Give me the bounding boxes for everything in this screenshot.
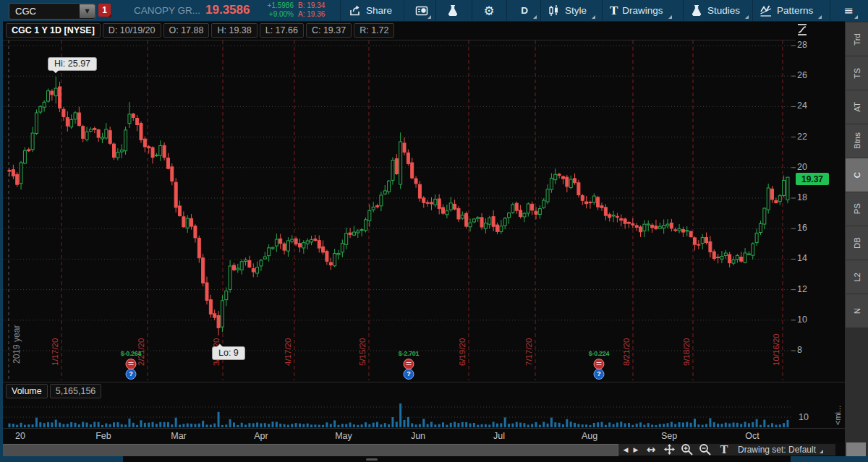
timeframe-button[interactable]: D (511, 0, 538, 21)
sidebar-tab-ts[interactable]: TS (846, 56, 868, 90)
pane-divider (0, 382, 845, 382)
month-axis-label: Sep (661, 431, 677, 441)
sidebar-tab-trd[interactable]: Trd (846, 22, 868, 56)
month-axis-label: Jun (411, 431, 425, 441)
month-axis-label: Jul (493, 431, 505, 441)
chart-resize-icon[interactable] (796, 22, 812, 40)
price-axis-label: 12 (797, 284, 807, 294)
price-axis-label: 18 (797, 192, 807, 202)
studies-button[interactable]: Studies (690, 0, 750, 21)
alert-count-badge[interactable]: 1 (98, 4, 111, 17)
chart-menu-button[interactable]: ≡ (838, 0, 859, 21)
price-axis-label: 8 (797, 345, 802, 355)
quick-study-button[interactable] (444, 0, 461, 21)
price-axis-label: 16 (797, 223, 807, 233)
price-chart-canvas[interactable] (0, 40, 796, 380)
price-axis-label: 26 (797, 70, 807, 80)
zoom-out-icon[interactable] (697, 442, 713, 456)
year-axis-label: 2019 year (12, 325, 22, 364)
chart-scroll-row: ◀ ▶ ↔ T Drawing set: Default (0, 442, 845, 456)
settings-button[interactable]: ⚙ (480, 0, 498, 21)
menu-list-icon: ≡ (843, 4, 853, 17)
dividend-amount: $-2.701 (399, 350, 419, 357)
min-collapsed-tab[interactable]: <mi... (833, 406, 842, 425)
date-gridline-label: 7/17/20 (524, 338, 533, 366)
flask-icon (446, 4, 459, 17)
fit-width-icon[interactable]: ↔ (644, 442, 658, 456)
sidebar-tab-n[interactable]: N (846, 294, 868, 328)
collapsed-bottom-panel[interactable] (123, 456, 791, 462)
company-name: CANOPY GR... (134, 5, 200, 16)
sidebar-tab-at[interactable]: AT (846, 90, 868, 124)
symbol-input[interactable]: CGC ▼ (9, 3, 95, 20)
drawings-icon: T (610, 4, 618, 18)
pan-icon[interactable] (662, 442, 676, 456)
date-gridline-label: 9/18/20 (682, 338, 691, 366)
event-question-icon[interactable]: ? (404, 369, 414, 380)
panel-resize-grip[interactable] (366, 458, 378, 461)
ohlc-range: R: 1.72 (354, 23, 394, 38)
thinkorswim-chart-window: CGC ▼ 1 CANOPY GR... 19.3586 +1.5986 +9.… (0, 0, 868, 462)
month-axis-label: Aug (582, 431, 597, 441)
volume-axis-label: 10 (799, 412, 809, 422)
volume-value: 5,165,156 (50, 384, 102, 398)
sidebar-tab-ps[interactable]: PS (846, 192, 868, 226)
volume-label: Volume (6, 384, 48, 398)
dividend-amount: $-0.264 (121, 350, 141, 357)
change-value: +1.5986 (260, 1, 294, 10)
patterns-icon (760, 4, 773, 17)
ohlc-high: H: 19.38 (211, 23, 257, 38)
share-label: Share (366, 5, 392, 16)
month-axis-label: Mar (171, 431, 187, 441)
bid-ask: B: 19.34 A: 19.36 (298, 1, 334, 19)
candlestick-style-icon (548, 4, 561, 17)
dividend-icon[interactable] (594, 359, 605, 369)
patterns-label: Patterns (777, 5, 813, 16)
price-axis-label: 24 (797, 100, 807, 111)
scroll-left-button[interactable]: ◀ (621, 442, 631, 456)
ohlc-low: L: 17.66 (260, 23, 304, 38)
change-percent: +9.00% (260, 10, 294, 19)
symbol-dropdown-arrow-icon[interactable]: ▼ (80, 4, 95, 18)
sidebar-tab-btns[interactable]: Btns (846, 124, 868, 158)
event-question-icon[interactable]: ? (594, 369, 605, 380)
month-axis-label: Oct (745, 431, 759, 441)
volume-chart-canvas[interactable] (0, 399, 796, 428)
dividend-icon[interactable] (404, 359, 414, 369)
date-gridline-label: 5/15/20 (358, 338, 367, 366)
date-gridline-label: 1/17/20 (51, 338, 59, 366)
report-button[interactable] (411, 0, 433, 21)
price-axis-label: 20 (797, 162, 807, 172)
gear-icon: ⚙ (483, 4, 494, 18)
month-axis-label: 20 (15, 431, 25, 441)
month-axis-label: Feb (95, 431, 111, 441)
sidebar-tab-c[interactable]: C (846, 158, 868, 192)
drawing-set-selector[interactable]: Drawing set: Default (738, 442, 823, 456)
month-axis-label: Apr (254, 431, 268, 441)
drawings-button[interactable]: T Drawings (610, 0, 673, 21)
patterns-button[interactable]: Patterns (760, 0, 823, 21)
text-tool-icon[interactable]: T (717, 442, 731, 456)
event-question-icon[interactable]: ? (126, 369, 137, 380)
scrollbar-thumb[interactable] (0, 444, 618, 457)
top-toolbar: CGC ▼ 1 CANOPY GR... 19.3586 +1.5986 +9.… (0, 0, 868, 22)
drawings-label: Drawings (622, 5, 663, 16)
window-left-edge (0, 21, 3, 456)
share-button[interactable]: Share (349, 0, 392, 21)
style-button[interactable]: Style (548, 0, 597, 21)
ohlc-close: C: 19.37 (306, 23, 352, 38)
scroll-right-button[interactable]: ▶ (631, 442, 641, 456)
sidebar-tab-l2[interactable]: L2 (846, 260, 868, 294)
scroll-corner[interactable] (846, 442, 866, 458)
volume-header: Volume 5,165,156 (6, 384, 101, 398)
date-gridline-label: 6/19/20 (458, 338, 467, 366)
price-axis-label: 14 (797, 253, 807, 263)
date-gridline-label: 10/16/20 (772, 333, 780, 366)
dividend-icon[interactable] (126, 359, 137, 369)
symbol-value[interactable]: CGC (9, 6, 80, 17)
zoom-in-icon[interactable] (679, 442, 695, 456)
style-label: Style (565, 5, 587, 16)
sidebar-tab-db[interactable]: DB (846, 226, 868, 260)
share-icon (349, 4, 362, 17)
report-icon (415, 4, 428, 17)
